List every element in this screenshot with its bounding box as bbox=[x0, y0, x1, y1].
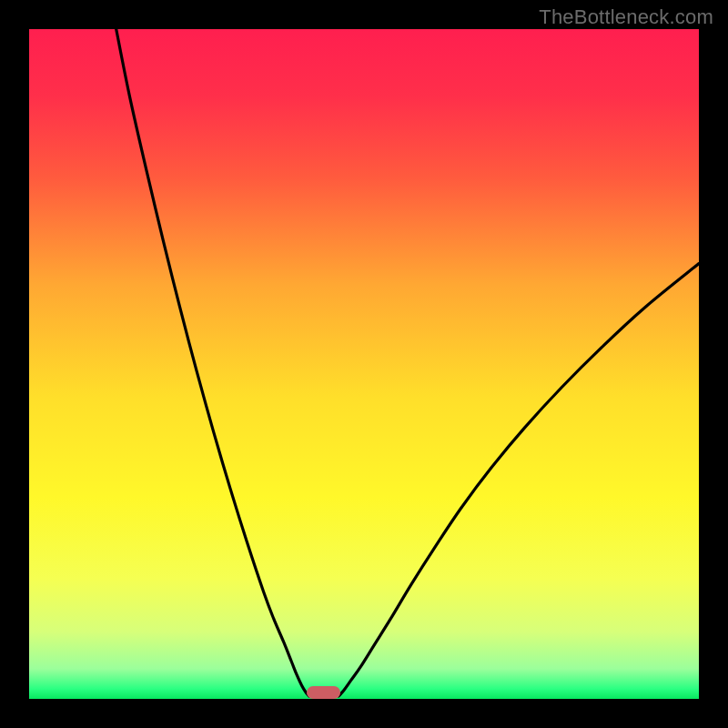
watermark-text: TheBottleneck.com bbox=[539, 5, 713, 29]
gradient-background bbox=[29, 29, 699, 699]
chart-frame: TheBottleneck.com bbox=[0, 0, 728, 728]
min-marker bbox=[307, 686, 340, 699]
chart-svg bbox=[29, 29, 699, 699]
plot-area bbox=[29, 29, 699, 699]
